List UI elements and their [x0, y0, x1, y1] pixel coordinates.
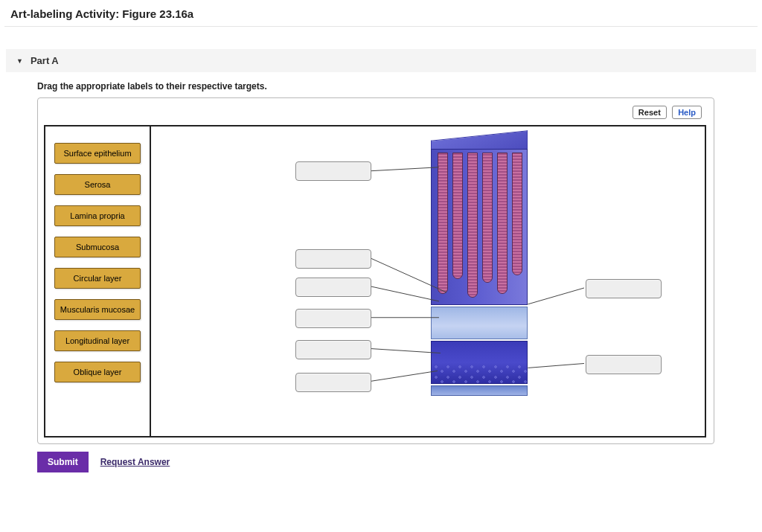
drag-label-serosa[interactable]: Serosa [54, 174, 141, 195]
labels-column: Surface epithelium Serosa Lamina propria… [45, 126, 150, 399]
divider-line [4, 26, 758, 27]
drop-target-7[interactable] [586, 279, 662, 298]
reset-button[interactable]: Reset [633, 106, 667, 119]
svg-line-5 [371, 371, 438, 381]
tissue-diagram [431, 149, 528, 409]
request-answer-link[interactable]: Request Answer [100, 457, 170, 467]
bottom-actions: Submit Request Answer [37, 452, 725, 472]
svg-line-6 [528, 288, 584, 304]
toolbar: Reset Help [44, 104, 708, 125]
part-header[interactable]: ▼ Part A [6, 49, 756, 72]
mucosa-layer [431, 149, 528, 305]
drag-label-lamina-propria[interactable]: Lamina propria [54, 205, 141, 226]
drag-label-surface-epithelium[interactable]: Surface epithelium [54, 143, 141, 164]
svg-line-7 [528, 363, 584, 368]
drop-target-6[interactable] [295, 373, 371, 392]
svg-line-2 [371, 286, 439, 301]
drop-target-3[interactable] [295, 278, 371, 297]
drop-target-4[interactable] [295, 309, 371, 328]
drag-label-muscularis-mucosae[interactable]: Muscularis mucosae [54, 299, 141, 320]
submucosa-layer [431, 307, 528, 339]
drop-target-8[interactable] [586, 355, 662, 374]
page-title: Art-labeling Activity: Figure 23.16a [0, 0, 762, 26]
muscularis-layer [431, 341, 528, 384]
help-button[interactable]: Help [672, 106, 702, 119]
caret-down-icon: ▼ [16, 57, 23, 65]
drag-label-oblique-layer[interactable]: Oblique layer [54, 362, 141, 382]
drag-label-circular-layer[interactable]: Circular layer [54, 268, 141, 289]
drop-target-1[interactable] [295, 161, 371, 181]
svg-line-4 [371, 349, 441, 353]
drag-label-longitudinal-layer[interactable]: Longitudinal layer [54, 330, 141, 351]
svg-line-0 [371, 167, 439, 171]
dots-icon [432, 362, 527, 385]
villi-icon [432, 150, 527, 304]
artboard [150, 126, 705, 436]
drop-target-5[interactable] [295, 340, 371, 359]
submit-button[interactable]: Submit [37, 452, 89, 472]
activity-frame: Reset Help Surface epithelium Serosa Lam… [37, 97, 714, 444]
drop-target-2[interactable] [295, 249, 371, 269]
labeling-canvas: Surface epithelium Serosa Lamina propria… [44, 125, 706, 438]
instructions: Drag the appropriate labels to their res… [37, 81, 762, 92]
drag-label-submucosa[interactable]: Submucosa [54, 237, 141, 257]
part-label: Part A [31, 55, 59, 66]
serosa-layer [431, 385, 528, 396]
